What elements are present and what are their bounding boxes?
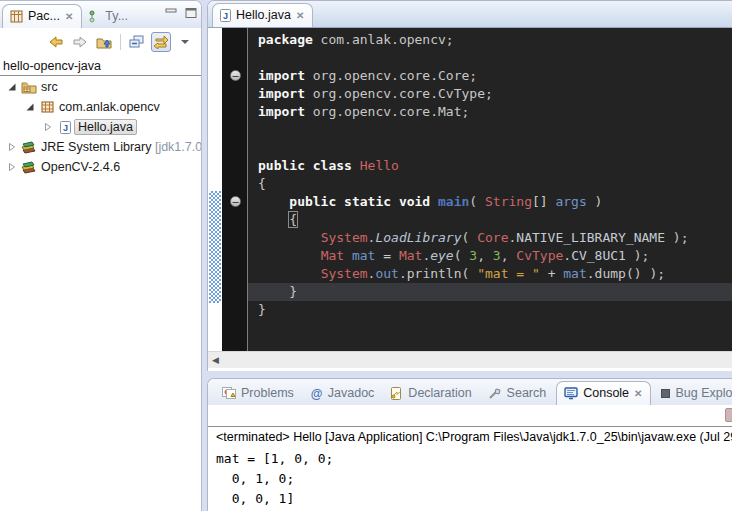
svg-text:@: @ bbox=[310, 387, 322, 400]
code-line[interactable] bbox=[248, 49, 732, 67]
code-line[interactable] bbox=[248, 121, 732, 139]
code-line[interactable]: Mat mat = Mat.eye( 3, 3, CvType.CV_8UC1 … bbox=[248, 247, 732, 265]
folding-gutter[interactable]: –– bbox=[222, 28, 248, 351]
console-output-line: 0, 1, 0; bbox=[216, 469, 732, 489]
package-explorer-toolbar bbox=[0, 28, 201, 56]
tab-search[interactable]: Search bbox=[482, 381, 553, 405]
java-editor: J Hello.java ✕ –– package com.anlak.open… bbox=[207, 0, 732, 371]
code-area[interactable]: package com.anlak.opencv; import org.ope… bbox=[248, 28, 732, 351]
tree-item-src[interactable]: src bbox=[0, 77, 201, 97]
left-view-tabbar: Pac... ✕ Ty... bbox=[0, 1, 201, 28]
code-line[interactable] bbox=[248, 139, 732, 157]
package-explorer-view: Pac... ✕ Ty... bbox=[0, 0, 202, 511]
code-line[interactable]: } bbox=[248, 283, 732, 301]
toolbar-separator bbox=[120, 34, 121, 50]
console-status-line: <terminated> Hello [Java Application] C:… bbox=[216, 429, 732, 447]
forward-icon[interactable] bbox=[70, 32, 90, 52]
code-line[interactable]: { bbox=[248, 175, 732, 193]
library-icon bbox=[20, 141, 38, 154]
code-line[interactable]: package com.anlak.opencv; bbox=[248, 31, 732, 49]
editor-tabbar: J Hello.java ✕ bbox=[208, 1, 732, 28]
console-icon bbox=[564, 387, 578, 400]
tab-hello-java[interactable]: J Hello.java ✕ bbox=[212, 3, 313, 27]
tab-label: Problems bbox=[241, 386, 294, 400]
svg-text:J: J bbox=[62, 123, 67, 133]
expand-arrow-icon[interactable] bbox=[40, 122, 56, 132]
fold-collapse-icon[interactable]: – bbox=[230, 70, 241, 81]
javadoc-icon: @ bbox=[310, 387, 323, 400]
tree-item-label: JRE System Library [jdk1.7.0 bbox=[38, 139, 202, 155]
tab-console[interactable]: Console✕ bbox=[556, 381, 651, 405]
tree-item-jre[interactable]: JRE System Library [jdk1.7.0 bbox=[0, 137, 201, 157]
tab-package-explorer[interactable]: Pac... ✕ bbox=[2, 4, 82, 28]
range-indicator bbox=[209, 191, 221, 303]
console-output[interactable]: mat = [1, 0, 0; 0, 1, 0; 0, 0, 1] bbox=[216, 447, 732, 509]
link-with-editor-icon[interactable] bbox=[151, 32, 171, 52]
tree-item-hello[interactable]: JHello.java bbox=[0, 117, 201, 137]
tab-label: Bug Explorer bbox=[675, 386, 732, 400]
tab-type-hierarchy[interactable]: Ty... bbox=[82, 4, 134, 28]
code-line[interactable]: public static void main( String[] args ) bbox=[248, 193, 732, 211]
package-icon bbox=[38, 101, 56, 113]
minimize-icon[interactable] bbox=[165, 8, 177, 18]
scroll-left-icon[interactable]: ◀ bbox=[212, 355, 219, 365]
tree-item-label: Hello.java bbox=[74, 119, 137, 135]
code-line[interactable]: import org.opencv.core.CvType; bbox=[248, 85, 732, 103]
expand-arrow-icon[interactable] bbox=[4, 142, 20, 152]
tab-bug-explorer[interactable]: Bug Explorer bbox=[655, 381, 732, 405]
code-line[interactable]: System.LoadLibrary( Core.NATIVE_LIBRARY_… bbox=[248, 229, 732, 247]
collapse-all-icon[interactable] bbox=[127, 32, 147, 52]
tree-item-opencv-2[interactable]: OpenCV-2.4.6 bbox=[0, 157, 201, 177]
code-line[interactable]: } bbox=[248, 301, 732, 319]
editor-body: –– package com.anlak.opencv; import org.… bbox=[208, 28, 732, 351]
close-icon[interactable]: ✕ bbox=[634, 388, 642, 399]
go-up-icon[interactable] bbox=[94, 32, 114, 52]
console-output-line: 0, 0, 1] bbox=[216, 489, 732, 509]
code-line[interactable]: import org.opencv.core.Core; bbox=[248, 67, 732, 85]
tab-label: Declaration bbox=[408, 386, 471, 400]
back-icon[interactable] bbox=[46, 32, 66, 52]
library-icon bbox=[20, 161, 38, 174]
tab-label: Ty... bbox=[105, 9, 128, 23]
tab-declaration[interactable]: Declaration bbox=[384, 381, 477, 405]
project-tree: hello-opencv-java srccom.anlak.opencvJHe… bbox=[0, 56, 201, 177]
view-menu-icon[interactable] bbox=[175, 32, 195, 52]
console-view: Problems@JavadocDeclarationSearchConsole… bbox=[207, 378, 732, 511]
project-root-label[interactable]: hello-opencv-java bbox=[0, 56, 201, 76]
java-file-icon: J bbox=[220, 9, 231, 22]
tab-label: Javadoc bbox=[328, 386, 375, 400]
tree-item-label: src bbox=[38, 79, 61, 95]
tab-label: Pac... bbox=[28, 9, 60, 23]
close-icon[interactable]: ✕ bbox=[296, 10, 304, 21]
tree-item-label: com.anlak.opencv bbox=[56, 99, 163, 115]
collapse-arrow-icon[interactable] bbox=[4, 82, 20, 92]
fold-collapse-icon[interactable]: – bbox=[230, 196, 241, 207]
code-line[interactable]: public class Hello bbox=[248, 157, 732, 175]
tree-item-label: OpenCV-2.4.6 bbox=[38, 159, 123, 175]
search-icon bbox=[488, 387, 502, 400]
terminate-icon[interactable] bbox=[725, 408, 732, 422]
bottom-view-tabbar: Problems@JavadocDeclarationSearchConsole… bbox=[208, 379, 732, 405]
java-file-icon: J bbox=[56, 121, 74, 134]
code-line[interactable]: System.out.println( "mat = " + mat.dump(… bbox=[248, 265, 732, 283]
declaration-icon bbox=[390, 387, 403, 400]
tab-javadoc[interactable]: @Javadoc bbox=[304, 381, 381, 405]
maximize-icon[interactable] bbox=[185, 8, 197, 18]
console-toolbar bbox=[208, 405, 732, 426]
tab-problems[interactable]: Problems bbox=[216, 381, 300, 405]
annotation-ruler[interactable] bbox=[208, 28, 222, 351]
code-line[interactable]: import org.opencv.core.Mat; bbox=[248, 103, 732, 121]
tab-label: Console bbox=[583, 386, 629, 400]
console-content: <terminated> Hello [Java Application] C:… bbox=[208, 426, 732, 509]
code-line[interactable]: { bbox=[248, 211, 732, 229]
console-output-line: mat = [1, 0, 0; bbox=[216, 449, 732, 469]
expand-arrow-icon[interactable] bbox=[4, 162, 20, 172]
editor-horizontal-scrollbar[interactable]: ◀ bbox=[208, 351, 732, 368]
tree-item-com[interactable]: com.anlak.opencv bbox=[0, 97, 201, 117]
tab-label: Hello.java bbox=[236, 8, 291, 22]
collapse-arrow-icon[interactable] bbox=[22, 102, 38, 112]
bug-square-icon bbox=[661, 389, 670, 398]
close-icon[interactable]: ✕ bbox=[65, 11, 73, 22]
type-hierarchy-icon bbox=[88, 10, 100, 23]
package-explorer-icon bbox=[10, 10, 23, 23]
